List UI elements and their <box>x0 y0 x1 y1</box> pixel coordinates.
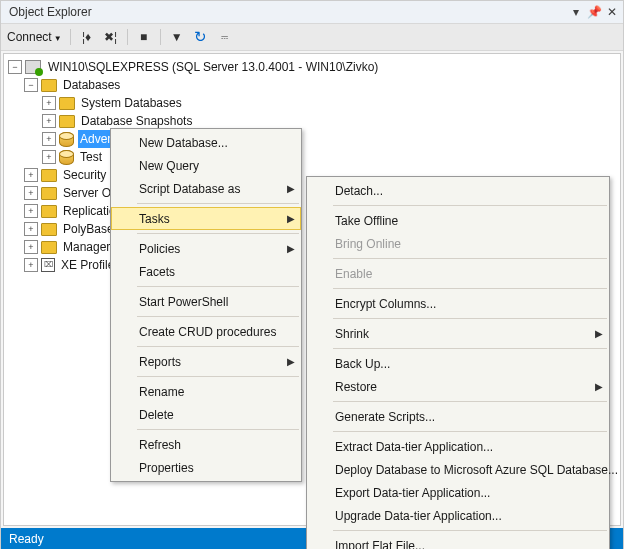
toolbar-separator <box>160 29 161 45</box>
menu-properties[interactable]: Properties <box>111 456 301 479</box>
snapshots-node[interactable]: +Database Snapshots <box>4 112 620 130</box>
menu-export-dtapp[interactable]: Export Data-tier Application... <box>307 481 609 504</box>
database-context-menu: New Database... New Query Script Databas… <box>110 128 302 482</box>
system-databases-node[interactable]: +System Databases <box>4 94 620 112</box>
menu-separator <box>137 429 299 430</box>
menu-separator <box>333 530 607 531</box>
menu-separator <box>137 376 299 377</box>
test-db-node[interactable]: +Test <box>4 148 620 166</box>
menu-detach[interactable]: Detach... <box>307 179 609 202</box>
activity-icon[interactable]: ⎓ <box>217 29 233 45</box>
menu-start-powershell[interactable]: Start PowerShell <box>111 290 301 313</box>
menu-deploy-azure[interactable]: Deploy Database to Microsoft Azure SQL D… <box>307 458 609 481</box>
menu-separator <box>333 401 607 402</box>
databases-node[interactable]: −Databases <box>4 76 620 94</box>
menu-separator <box>333 348 607 349</box>
menu-import-flat[interactable]: Import Flat File... <box>307 534 609 549</box>
submenu-arrow-icon: ▶ <box>595 328 603 339</box>
refresh-icon[interactable]: ↻ <box>193 29 209 45</box>
toolbar: Connect▼ ¦♦ ✖¦ ■ ▼ ↻ ⎓ <box>1 24 623 51</box>
menu-rename[interactable]: Rename <box>111 380 301 403</box>
menu-separator <box>137 286 299 287</box>
menu-script-database[interactable]: Script Database as▶ <box>111 177 301 200</box>
menu-bring-online: Bring Online <box>307 232 609 255</box>
tasks-submenu: Detach... Take Offline Bring Online Enab… <box>306 176 610 549</box>
submenu-arrow-icon: ▶ <box>287 243 295 254</box>
menu-upgrade-dtapp[interactable]: Upgrade Data-tier Application... <box>307 504 609 527</box>
submenu-arrow-icon: ▶ <box>287 183 295 194</box>
connect-icon[interactable]: ¦♦ <box>79 29 95 45</box>
menu-new-database[interactable]: New Database... <box>111 131 301 154</box>
menu-facets[interactable]: Facets <box>111 260 301 283</box>
submenu-arrow-icon: ▶ <box>287 213 295 224</box>
title-bar-controls: ▾ 📌 ✕ <box>569 5 619 19</box>
panel-title-bar: Object Explorer ▾ 📌 ✕ <box>1 1 623 24</box>
submenu-arrow-icon: ▶ <box>595 381 603 392</box>
disconnect-icon[interactable]: ✖¦ <box>103 29 119 45</box>
menu-reports[interactable]: Reports▶ <box>111 350 301 373</box>
menu-extract-dtapp[interactable]: Extract Data-tier Application... <box>307 435 609 458</box>
menu-new-query[interactable]: New Query <box>111 154 301 177</box>
filter-icon[interactable]: ▼ <box>169 29 185 45</box>
menu-policies[interactable]: Policies▶ <box>111 237 301 260</box>
menu-crud[interactable]: Create CRUD procedures <box>111 320 301 343</box>
connect-dropdown[interactable]: Connect▼ <box>7 30 62 44</box>
menu-restore[interactable]: Restore▶ <box>307 375 609 398</box>
menu-separator <box>137 346 299 347</box>
menu-tasks[interactable]: Tasks▶ <box>111 207 301 230</box>
menu-separator <box>333 258 607 259</box>
stop-icon[interactable]: ■ <box>136 29 152 45</box>
window-position-icon[interactable]: ▾ <box>569 5 583 19</box>
menu-backup[interactable]: Back Up... <box>307 352 609 375</box>
menu-refresh[interactable]: Refresh <box>111 433 301 456</box>
menu-generate-scripts[interactable]: Generate Scripts... <box>307 405 609 428</box>
menu-separator <box>333 318 607 319</box>
menu-encrypt-columns[interactable]: Encrypt Columns... <box>307 292 609 315</box>
menu-enable: Enable <box>307 262 609 285</box>
menu-separator <box>333 431 607 432</box>
menu-shrink[interactable]: Shrink▶ <box>307 322 609 345</box>
submenu-arrow-icon: ▶ <box>287 356 295 367</box>
menu-take-offline[interactable]: Take Offline <box>307 209 609 232</box>
menu-separator <box>137 316 299 317</box>
close-icon[interactable]: ✕ <box>605 5 619 19</box>
panel-title: Object Explorer <box>9 5 569 19</box>
menu-separator <box>333 288 607 289</box>
toolbar-separator <box>70 29 71 45</box>
pin-icon[interactable]: 📌 <box>587 5 601 19</box>
server-node[interactable]: −WIN10\SQLEXPRESS (SQL Server 13.0.4001 … <box>4 58 620 76</box>
menu-separator <box>333 205 607 206</box>
menu-delete[interactable]: Delete <box>111 403 301 426</box>
toolbar-separator <box>127 29 128 45</box>
menu-separator <box>137 233 299 234</box>
adventureworks-node[interactable]: +AdventureWorks2014 <box>4 130 620 148</box>
menu-separator <box>137 203 299 204</box>
